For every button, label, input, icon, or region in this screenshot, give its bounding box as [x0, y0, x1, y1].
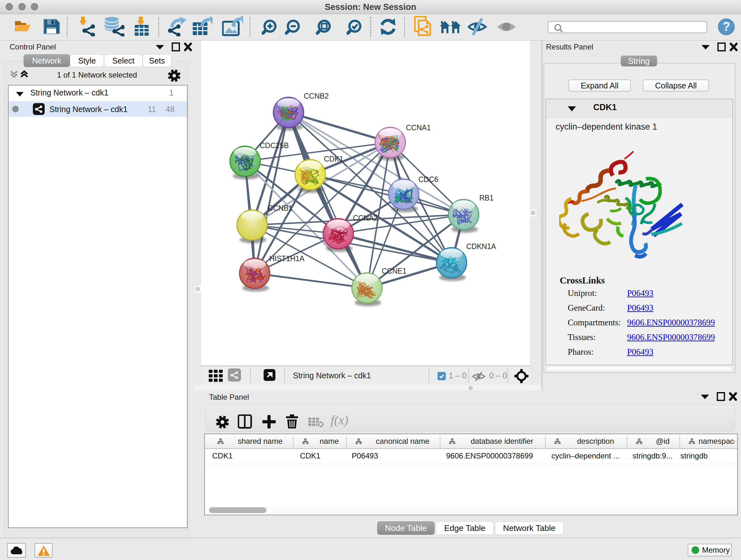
svg-text:HIST1H1A: HIST1H1A: [269, 254, 305, 263]
svg-text:?: ?: [723, 20, 730, 33]
svg-text:CDC25B: CDC25B: [260, 141, 289, 150]
svg-text:CCNA1: CCNA1: [406, 124, 431, 132]
svg-text:CCNA2: CCNA2: [353, 214, 378, 222]
svg-text:CDC6: CDC6: [418, 175, 439, 184]
svg-text:CCNB1: CCNB1: [268, 204, 293, 212]
svg-text:CDKN1A: CDKN1A: [466, 242, 496, 251]
svg-text:CCNE1: CCNE1: [382, 267, 407, 275]
svg-text:RB1: RB1: [479, 194, 494, 202]
svg-text:CDK1: CDK1: [324, 155, 343, 163]
svg-text:CCNB2: CCNB2: [304, 92, 329, 100]
